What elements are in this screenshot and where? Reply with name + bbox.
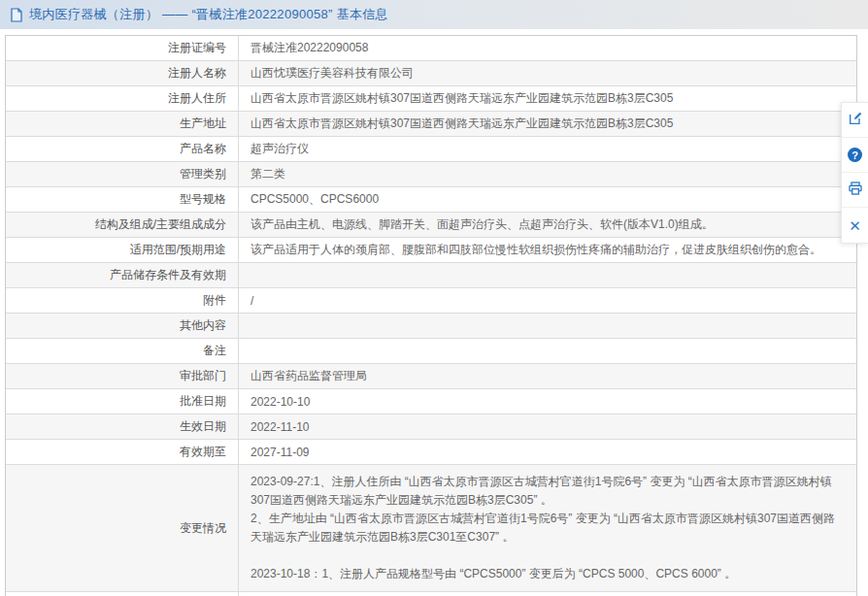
table-row: 产品名称 超声治疗仪	[6, 137, 856, 162]
table-row: 批准日期 2022-10-10	[6, 389, 856, 414]
page-header: 境内医疗器械（注册） —— “晋械注准20222090058” 基本信息	[0, 0, 868, 29]
row-label: 注	[6, 592, 239, 596]
row-value	[239, 339, 856, 363]
print-icon	[848, 181, 863, 199]
close-button[interactable]: ✕	[842, 208, 868, 243]
row-value: 晋械注准20222090058	[239, 36, 856, 60]
change-line	[250, 546, 847, 565]
row-value: 2022-11-10	[239, 414, 856, 439]
table-row: 附件 /	[6, 288, 856, 314]
row-label: 其他内容	[6, 314, 239, 338]
help-icon: ?	[848, 148, 862, 162]
document-icon	[10, 8, 23, 22]
row-value: 超声治疗仪	[239, 137, 856, 161]
row-label: 产品名称	[6, 137, 239, 161]
table-row: 注册证编号 晋械注准20222090058	[6, 36, 856, 61]
table-row: 生产地址 山西省太原市晋源区姚村镇307国道西侧路天瑞远东产业园建筑示范园B栋3…	[6, 112, 856, 137]
row-label: 生效日期	[6, 414, 239, 439]
registration-info-table: 注册证编号 晋械注准20222090058 注册人名称 山西忱璞医疗美容科技有限…	[5, 35, 857, 596]
change-history-row: 变更情况 2023-09-27:1、注册人住所由 “山西省太原市晋源区古城营村官…	[6, 465, 856, 592]
edit-icon	[848, 111, 863, 129]
row-label: 有效期至	[6, 440, 239, 464]
table-row: 其他内容	[6, 314, 856, 339]
row-label: 型号规格	[6, 187, 239, 212]
row-label: 管理类别	[6, 162, 239, 186]
row-label: 结构及组成/主要组成成分	[6, 213, 239, 237]
table-row: 管理类别 第二类	[6, 162, 856, 187]
close-icon: ✕	[849, 218, 861, 233]
table-row: 备注	[6, 339, 856, 364]
row-value: 2022-10-10	[239, 389, 856, 414]
row-label: 注册人名称	[6, 61, 239, 85]
help-button[interactable]: ?	[842, 138, 868, 173]
row-label: 备注	[6, 339, 239, 363]
row-label: 批准日期	[6, 389, 239, 414]
row-value: 山西忱璞医疗美容科技有限公司	[239, 61, 856, 85]
row-value: 该产品由主机、电源线、脚踏开关、面超声治疗头、点超声治疗头、软件(版本V1.0)…	[239, 213, 856, 237]
row-value: /	[239, 288, 856, 313]
row-value: 山西省太原市晋源区姚村镇307国道西侧路天瑞远东产业园建筑示范园B栋3层C305	[239, 112, 856, 136]
page-title: 境内医疗器械（注册） —— “晋械注准20222090058” 基本信息	[29, 6, 388, 23]
change-line: 2023-10-18：1、注册人产品规格型号由 “CPCS5000” 变更后为 …	[250, 565, 847, 583]
row-label: 生产地址	[6, 112, 239, 136]
row-label: 附件	[6, 288, 239, 313]
change-history-text: 2023-09-27:1、注册人住所由 “山西省太原市晋源区古城营村官道街1号院…	[239, 465, 856, 591]
row-value: 详情	[239, 592, 856, 596]
row-value: 2027-11-09	[239, 440, 856, 464]
table-row: 审批部门 山西省药品监督管理局	[6, 364, 856, 389]
table-row: 型号规格 CPCS5000、CPCS6000	[6, 187, 856, 213]
row-value: 山西省药品监督管理局	[239, 364, 856, 388]
table-row: 注册人住所 山西省太原市晋源区姚村镇307国道西侧路天瑞远东产业园建筑示范园B栋…	[6, 86, 856, 112]
change-line: 2、生产地址由 “山西省太原市晋源区古城营村官道街1号院6号” 变更为 “山西省…	[250, 510, 847, 546]
row-label: 变更情况	[6, 465, 239, 591]
row-value: 山西省太原市晋源区姚村镇307国道西侧路天瑞远东产业园建筑示范园B栋3层C305	[239, 86, 856, 111]
change-line: 2023-09-27:1、注册人住所由 “山西省太原市晋源区古城营村官道街1号院…	[250, 473, 847, 510]
row-value: 第二类	[239, 162, 856, 186]
row-label: 注册证编号	[6, 36, 239, 60]
row-value	[239, 314, 856, 338]
table-row: 适用范围/预期用途 该产品适用于人体的颈肩部、腰腹部和四肢部位慢性软组织损伤性疼…	[6, 238, 856, 263]
row-label: 注册人住所	[6, 86, 239, 111]
row-label: 产品储存条件及有效期	[6, 263, 239, 287]
table-row: 有效期至 2027-11-09	[6, 440, 856, 465]
row-value: CPCS5000、CPCS6000	[239, 187, 856, 212]
table-row: 结构及组成/主要组成成分 该产品由主机、电源线、脚踏开关、面超声治疗头、点超声治…	[6, 213, 856, 238]
table-row: 产品储存条件及有效期	[6, 263, 856, 288]
row-value: 该产品适用于人体的颈肩部、腰腹部和四肢部位慢性软组织损伤性疼痛的辅助治疗，促进皮…	[239, 238, 856, 262]
floating-toolbar: ? ✕	[841, 102, 868, 244]
edit-button[interactable]	[842, 103, 868, 138]
row-label: 适用范围/预期用途	[6, 238, 239, 262]
table-row: 生效日期 2022-11-10	[6, 414, 856, 440]
row-label: 审批部门	[6, 364, 239, 388]
note-row: 注 详情	[6, 592, 856, 596]
row-value	[239, 263, 856, 287]
print-button[interactable]	[842, 173, 868, 208]
table-row: 注册人名称 山西忱璞医疗美容科技有限公司	[6, 61, 856, 86]
